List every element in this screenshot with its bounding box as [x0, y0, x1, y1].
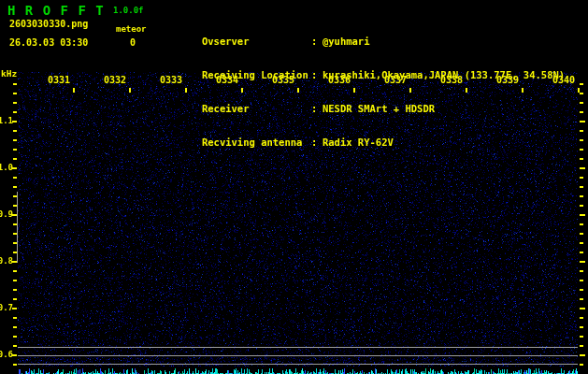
- info-row-observer: Ovserver:@yuhmari: [166, 24, 565, 36]
- info-colon: :: [311, 103, 323, 114]
- time-tick-label: 0333: [160, 75, 182, 85]
- mode-label: meteor: [116, 24, 147, 34]
- freq-tick-label: 1.1: [0, 116, 13, 125]
- freq-tick-label: 0.6: [0, 350, 13, 359]
- time-tick-label: 0331: [48, 75, 70, 85]
- info-row-location: Receiving Location:kurashiki,Okayama,JAP…: [166, 58, 565, 69]
- time-tick-label: 0339: [496, 75, 519, 85]
- hrofft-window: H R O F F T 1.0.0f 2603030330.png meteor…: [0, 0, 588, 374]
- freq-tick-label: 0.9: [0, 209, 13, 219]
- output-filename: 2603030330.png: [9, 19, 88, 29]
- info-colon: :: [311, 36, 323, 47]
- meteor-count: 0: [130, 37, 136, 48]
- info-row-receiver: Receiver:NESDR SMArt + HDSDR: [166, 92, 565, 103]
- info-colon: :: [311, 69, 323, 80]
- time-tick-label: 0332: [104, 75, 126, 85]
- app-title: H R O F F T: [7, 3, 105, 18]
- info-label: Ovserver: [202, 36, 311, 47]
- time-tick-label: 0336: [328, 75, 351, 85]
- freq-tick-label: 1.0: [0, 163, 13, 172]
- time-tick-label: 0338: [440, 75, 463, 85]
- info-label: Receiver: [202, 103, 311, 114]
- observation-datetime: 26.03.03 03:30: [9, 37, 88, 48]
- info-value: @yuhmari: [323, 36, 370, 47]
- time-tick-label: 0340: [552, 75, 575, 85]
- freq-tick-label: 0.8: [0, 256, 13, 266]
- info-value: NESDR SMArt + HDSDR: [323, 103, 435, 114]
- info-colon: :: [311, 137, 323, 148]
- time-tick-label: 0335: [272, 75, 294, 85]
- time-tick-label: 0334: [216, 75, 238, 85]
- info-label: Recviving antenna: [202, 137, 311, 148]
- info-row-antenna: Recviving antenna:Radix RY-62V: [166, 125, 565, 137]
- y-axis-unit-label: kHz: [1, 68, 17, 79]
- freq-tick-label: 0.7: [0, 303, 13, 312]
- info-value: Radix RY-62V: [323, 137, 394, 148]
- app-version: 1.0.0f: [113, 6, 144, 15]
- time-tick-label: 0337: [384, 75, 407, 85]
